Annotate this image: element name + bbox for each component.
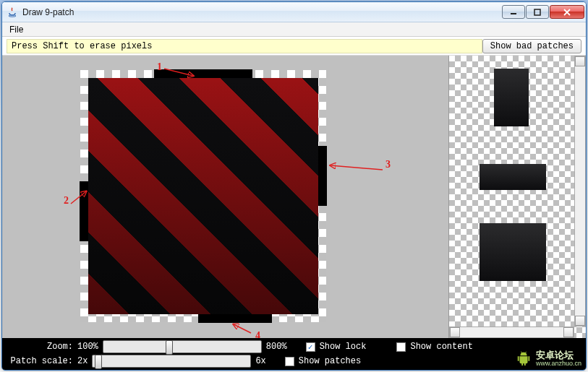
show-content-label: Show content (410, 342, 472, 352)
zoom-thumb[interactable] (166, 340, 173, 355)
nine-patch-frame[interactable] (80, 70, 326, 322)
watermark-title: 安卓论坛 (536, 350, 581, 360)
window-title: Draw 9-patch (22, 7, 502, 17)
scale-min: 2x (77, 356, 88, 366)
scroll-down-icon[interactable] (575, 316, 585, 326)
scale-max: 6x (255, 356, 265, 366)
menubar: File (2, 22, 586, 37)
show-content-checkbox[interactable] (396, 342, 406, 352)
stretch-marker-top[interactable] (154, 69, 252, 78)
zoom-max: 800% (266, 342, 287, 352)
preview-panel[interactable] (448, 56, 586, 338)
svg-rect-1 (511, 13, 516, 14)
maximize-button[interactable] (526, 5, 549, 19)
content-marker-right[interactable] (318, 146, 327, 207)
annotation-label-3: 3 (385, 159, 391, 170)
annotation-label-4: 4 (255, 330, 260, 338)
stretch-marker-left[interactable] (80, 181, 88, 242)
canvas-area[interactable]: 1 2 3 4 (2, 56, 448, 338)
hint-bar: Press Shift to erase pixels Show bad pat… (2, 37, 586, 56)
bottom-bar: Zoom: 100% 800% Show lock Show content P… (2, 338, 586, 370)
zoom-slider[interactable] (103, 340, 262, 353)
scroll-up-icon[interactable] (575, 56, 585, 66)
svg-line-5 (331, 165, 383, 170)
window-controls (502, 5, 584, 19)
work-area: 1 2 3 4 (2, 56, 586, 338)
preview-scrollbar-horizontal[interactable] (449, 326, 574, 338)
content-marker-bottom[interactable] (198, 314, 272, 323)
preview-wide (480, 164, 546, 190)
close-button[interactable] (550, 5, 584, 19)
menu-file[interactable]: File (5, 23, 27, 36)
scale-thumb[interactable] (95, 355, 102, 369)
svg-rect-2 (534, 9, 540, 15)
show-lock-label: Show lock (320, 342, 367, 352)
minimize-button[interactable] (502, 5, 525, 19)
zoom-min: 100% (77, 342, 98, 352)
svg-line-6 (234, 324, 251, 333)
zoom-label: Zoom: (7, 342, 73, 352)
scale-slider[interactable] (92, 355, 251, 368)
scroll-left-icon[interactable] (450, 327, 460, 337)
nine-patch-image[interactable] (88, 78, 318, 314)
preview-big (480, 223, 546, 281)
scroll-right-icon[interactable] (563, 327, 574, 337)
hint-text: Press Shift to erase pixels (7, 39, 482, 53)
watermark: 安卓论坛 www.anzhuo.cn (516, 350, 581, 367)
scale-label: Patch scale: (7, 356, 73, 366)
annotation-label-2: 2 (64, 195, 69, 206)
android-icon (516, 350, 532, 366)
show-bad-patches-button[interactable]: Show bad patches (482, 39, 581, 53)
app-window: Draw 9-patch File Press Shift to erase p… (1, 1, 587, 371)
preview-scrollbar-vertical[interactable] (574, 56, 586, 326)
svg-point-0 (9, 14, 16, 16)
watermark-url: www.anzhuo.cn (536, 360, 581, 367)
show-lock-checkbox[interactable] (306, 342, 315, 352)
titlebar[interactable]: Draw 9-patch (2, 2, 586, 22)
show-patches-checkbox[interactable] (285, 357, 294, 366)
show-patches-label: Show patches (299, 356, 361, 366)
java-icon (7, 7, 18, 18)
preview-tall (494, 69, 529, 126)
